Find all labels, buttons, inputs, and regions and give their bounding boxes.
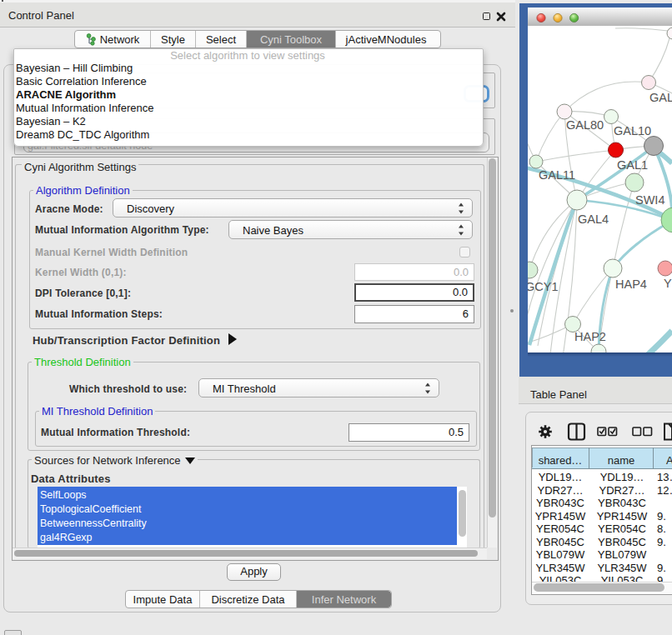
svg-text:GCY1: GCY1 [528,280,559,293]
svg-text:HAP4: HAP4 [615,278,647,291]
svg-text:GAL1: GAL1 [617,158,648,172]
svg-text:GAL10: GAL10 [614,124,651,138]
svg-text:GAL11: GAL11 [539,168,575,182]
svg-text:SWI4: SWI4 [635,193,664,207]
svg-text:YE: YE [664,277,672,290]
svg-text:HAP2: HAP2 [574,330,606,343]
svg-text:GAL4: GAL4 [578,212,609,226]
svg-text:GAL80: GAL80 [566,118,604,132]
svg-text:GAL7: GAL7 [649,91,672,104]
